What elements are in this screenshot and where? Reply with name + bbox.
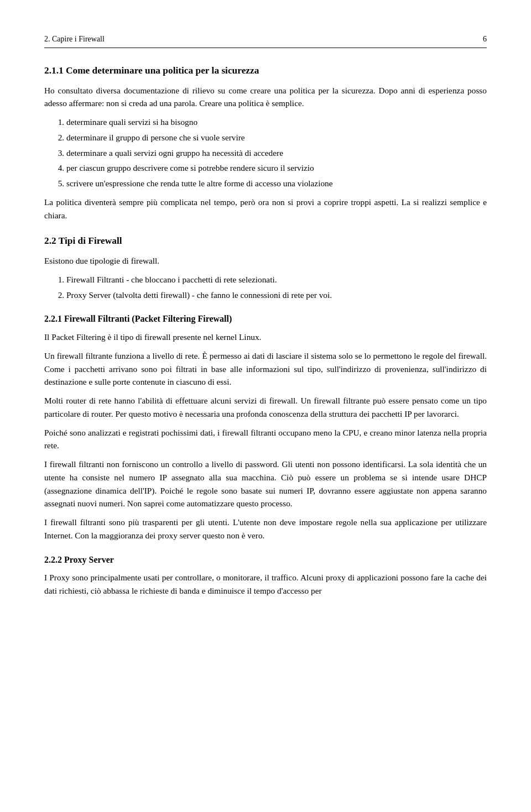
page-number: 6 (483, 33, 487, 45)
paragraph-221-6: I firewall filtranti sono più trasparent… (44, 516, 487, 542)
heading-222: 2.2.2 Proxy Server (44, 553, 487, 567)
chapter-title: 2. Capire i Firewall (44, 33, 105, 45)
paragraph-211-1: Ho consultato diversa documentazione di … (44, 84, 487, 111)
document-page: 2. Capire i Firewall 6 2.1.1 Come determ… (0, 0, 531, 812)
paragraph-22-1: Esistono due tipologie di firewall. (44, 254, 487, 268)
paragraph-221-4: Poiché sono analizzati e registrati poch… (44, 426, 487, 453)
paragraph-222-1: I Proxy sono principalmente usati per co… (44, 571, 487, 598)
list-22: Firewall Filtranti - che bloccano i pacc… (66, 273, 487, 302)
list-item: determinare quali servizi si ha bisogno (66, 116, 487, 129)
paragraph-211-2: La politica diventerà sempre più complic… (44, 196, 487, 222)
paragraph-221-5: I firewall filtranti non forniscono un c… (44, 458, 487, 510)
paragraph-221-1: Il Packet Filtering è il tipo di firewal… (44, 331, 487, 344)
paragraph-221-2: Un firewall filtrante funziona a livello… (44, 349, 487, 389)
heading-22: 2.2 Tipi di Firewall (44, 234, 487, 249)
heading-211: 2.1.1 Come determinare una politica per … (44, 64, 487, 78)
list-item: Proxy Server (talvolta detti firewall) -… (66, 289, 487, 302)
list-item: determinare il gruppo di persone che si … (66, 131, 487, 144)
paragraph-221-3: Molti router di rete hanno l'abilità di … (44, 394, 487, 421)
page-header: 2. Capire i Firewall 6 (44, 33, 487, 48)
list-item: per ciascun gruppo descrivere come si po… (66, 161, 487, 175)
heading-221: 2.2.1 Firewall Filtranti (Packet Filteri… (44, 312, 487, 326)
list-item: determinare a quali servizi ogni gruppo … (66, 146, 487, 160)
list-item: scrivere un'espressione che renda tutte … (66, 177, 487, 190)
list-211: determinare quali servizi si ha bisogno … (66, 116, 487, 190)
list-item: Firewall Filtranti - che bloccano i pacc… (66, 273, 487, 286)
